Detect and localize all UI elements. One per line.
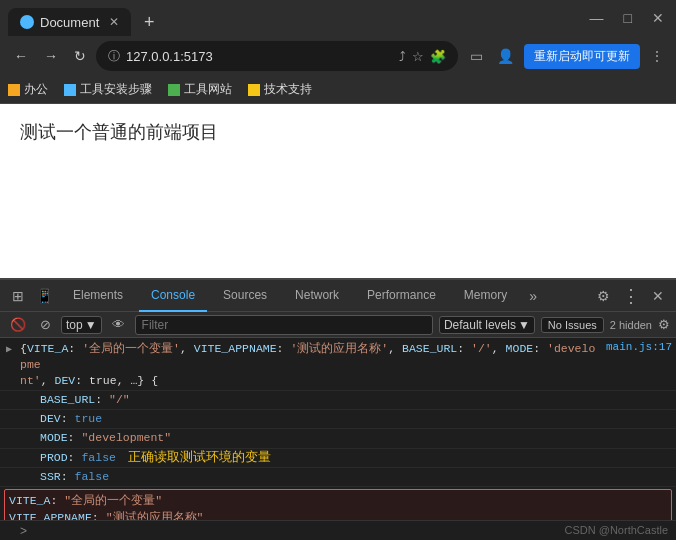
context-selector[interactable]: top ▼ (61, 316, 102, 334)
prop-ssr: SSR: false (0, 468, 676, 487)
log-content: {VITE_A: '全局的一个变量', VITE_APPNAME: '测试的应用… (20, 341, 598, 389)
tab-console[interactable]: Console (139, 280, 207, 312)
console-output: ▶ {VITE_A: '全局的一个变量', VITE_APPNAME: '测试的… (0, 338, 676, 520)
tab-favicon (20, 15, 34, 29)
bookmark-label: 办公 (24, 81, 48, 98)
tab-network[interactable]: Network (283, 280, 351, 312)
menu-dots[interactable]: ⋮ (646, 44, 668, 68)
console-filter-input[interactable] (135, 315, 433, 335)
bookmark-工具网站[interactable]: 工具网站 (168, 81, 232, 98)
window-controls: — □ ✕ (586, 6, 668, 30)
console-prompt: > (20, 524, 27, 538)
prop-dev: DEV: true (0, 410, 676, 429)
tab-elements[interactable]: Elements (61, 280, 135, 312)
devtools-dock-icon[interactable]: ⊞ (8, 286, 28, 306)
minimize-btn[interactable]: — (586, 6, 608, 30)
url-text: 127.0.0.1:5173 (126, 49, 393, 64)
annotation-text: 正确读取测试环境的变量 (128, 448, 271, 466)
bookmark-label: 技术支持 (264, 81, 312, 98)
title-bar: Document ✕ + — □ ✕ (0, 0, 676, 36)
profile-icon[interactable]: 👤 (493, 44, 518, 68)
bookmark-技术支持[interactable]: 技术支持 (248, 81, 312, 98)
tab-sources[interactable]: Sources (211, 280, 279, 312)
update-button[interactable]: 重新启动即可更新 (524, 44, 640, 69)
devtools-mobile-icon[interactable]: 📱 (32, 286, 57, 306)
close-btn[interactable]: ✕ (648, 6, 668, 30)
devtools-menu-icon[interactable]: ⋮ (618, 281, 644, 311)
active-tab[interactable]: Document ✕ (8, 8, 131, 36)
bookmark-工具安装步骤[interactable]: 工具安装步骤 (64, 81, 152, 98)
bookmark-label: 工具安装步骤 (80, 81, 152, 98)
maximize-btn[interactable]: □ (620, 6, 636, 30)
levels-label: Default levels (444, 318, 516, 332)
new-tab-button[interactable]: + (135, 8, 163, 36)
tab-performance[interactable]: Performance (355, 280, 448, 312)
share-icon[interactable]: ⤴ (399, 49, 406, 64)
lock-icon: ⓘ (108, 48, 120, 65)
browser-chrome: Document ✕ + — □ ✕ ← → ↻ ⓘ 127.0.0.1:517… (0, 0, 676, 104)
back-button[interactable]: ← (8, 44, 34, 68)
bookmarks-bar: 办公 工具安装步骤 工具网站 技术支持 (0, 76, 676, 104)
cast-icon[interactable]: ▭ (466, 44, 487, 68)
console-toolbar: 🚫 ⊘ top ▼ 👁 Default levels ▼ No Issues 2… (0, 312, 676, 338)
refresh-button[interactable]: ↻ (68, 44, 92, 68)
toolbar-actions: ▭ 👤 重新启动即可更新 ⋮ (466, 44, 668, 69)
forward-button[interactable]: → (38, 44, 64, 68)
bookmark-icon-办公 (8, 84, 20, 96)
tab-close-btn[interactable]: ✕ (109, 15, 119, 29)
issues-badge: No Issues (541, 317, 604, 333)
tab-area: Document ✕ + (8, 0, 163, 36)
log-levels-dropdown[interactable]: Default levels ▼ (439, 316, 535, 334)
bookmark-办公[interactable]: 办公 (8, 81, 48, 98)
watermark: CSDN @NorthCastle (565, 524, 668, 536)
log-source[interactable]: main.js:17 (606, 341, 672, 353)
url-bar[interactable]: ⓘ 127.0.0.1:5173 ⤴ ☆ 🧩 (96, 41, 458, 71)
devtools-settings-icon[interactable]: ⚙ (593, 284, 614, 308)
levels-chevron: ▼ (518, 318, 530, 332)
console-clear-btn[interactable]: 🚫 (6, 315, 30, 334)
page-content: 测试一个普通的前端项目 (0, 104, 676, 278)
devtools-panel: ⊞ 📱 Elements Console Sources Network Per… (0, 278, 676, 540)
console-filter-icon[interactable]: ⊘ (36, 315, 55, 334)
star-icon[interactable]: ☆ (412, 49, 424, 64)
bookmark-icon-tools (64, 84, 76, 96)
highlighted-props-box: VITE_A: "全局的一个变量" VITE_APPNAME: "测试的应用名称… (4, 489, 672, 520)
url-actions: ⤴ ☆ 🧩 (399, 49, 446, 64)
context-label: top (66, 318, 83, 332)
bookmark-icon-toolsite (168, 84, 180, 96)
bookmark-icon-support (248, 84, 260, 96)
tab-title: Document (40, 15, 99, 30)
devtools-toolbar: ⊞ 📱 Elements Console Sources Network Per… (0, 280, 676, 312)
address-bar: ← → ↻ ⓘ 127.0.0.1:5173 ⤴ ☆ 🧩 ▭ 👤 重新启动即可更… (0, 36, 676, 76)
console-log-line: ▶ {VITE_A: '全局的一个变量', VITE_APPNAME: '测试的… (0, 340, 676, 391)
more-tabs-button[interactable]: » (523, 284, 543, 308)
extension-icon[interactable]: 🧩 (430, 49, 446, 64)
tab-memory[interactable]: Memory (452, 280, 519, 312)
bookmark-label: 工具网站 (184, 81, 232, 98)
page-title: 测试一个普通的前端项目 (20, 120, 656, 144)
devtools-close-icon[interactable]: ✕ (648, 284, 668, 308)
console-settings-icon[interactable]: ⚙ (658, 317, 670, 332)
highlighted-vite-appname: VITE_APPNAME: "测试的应用名称" (9, 509, 667, 520)
context-dropdown-icon: ▼ (85, 318, 97, 332)
highlighted-vite-a: VITE_A: "全局的一个变量" (9, 492, 667, 509)
prop-base-url: BASE_URL: "/​" (0, 391, 676, 410)
console-eye-icon[interactable]: 👁 (108, 315, 129, 334)
hidden-count[interactable]: 2 hidden (610, 319, 652, 331)
expand-arrow[interactable]: ▶ (6, 343, 12, 355)
prop-prod-row: PROD: false 正确读取测试环境的变量 (0, 449, 676, 468)
prop-mode: MODE: "development" (0, 429, 676, 448)
